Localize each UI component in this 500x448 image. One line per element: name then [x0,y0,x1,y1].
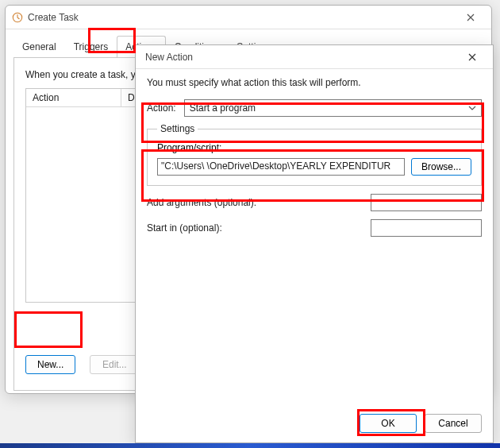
close-button[interactable] [456,8,485,27]
tab-general[interactable]: General [13,36,65,57]
dialog-titlebar: New Action [136,45,493,69]
startin-row: Start in (optional): [147,219,482,237]
edit-button: Edit... [90,355,139,374]
dialog-close-button[interactable] [458,48,487,67]
dialog-buttons: OK Cancel [360,414,482,433]
browse-button[interactable]: Browse... [411,158,471,176]
taskbar-edge [0,443,500,448]
program-row: "C:\Users\ \OneDrive\Desktop\YEARLY EXPE… [157,158,471,176]
help-text: You must specify what action this task w… [147,77,482,88]
ok-button[interactable]: OK [360,414,417,433]
button-row: New... Edit... [25,355,139,374]
dialog-title: New Action [142,52,458,63]
close-icon [468,53,476,61]
program-input[interactable]: "C:\Users\ \OneDrive\Desktop\YEARLY EXPE… [157,158,405,176]
titlebar: Create Task [6,6,491,29]
action-label: Action: [147,102,176,114]
arguments-row: Add arguments (optional): [147,194,482,211]
new-action-dialog: New Action You must specify what action … [135,44,494,443]
arguments-label: Add arguments (optional): [147,197,363,208]
settings-fieldset: Settings Program/script: "C:\Users\ \One… [147,123,482,186]
clock-icon [12,12,23,23]
new-button[interactable]: New... [25,355,75,374]
startin-label: Start in (optional): [147,222,363,234]
tab-triggers[interactable]: Triggers [65,36,117,57]
dialog-body: You must specify what action this task w… [136,69,493,442]
action-selected-value: Start a program [190,102,256,114]
settings-legend: Settings [157,123,198,134]
cancel-button[interactable]: Cancel [425,414,482,433]
arguments-input[interactable] [371,194,482,211]
chevron-down-icon [468,105,476,111]
close-icon [467,14,475,21]
action-select[interactable]: Start a program [184,99,482,117]
action-row: Action: Start a program [147,99,482,117]
startin-input[interactable] [371,219,482,237]
program-label: Program/script: [157,142,471,153]
col-action[interactable]: Action [26,89,121,106]
window-title: Create Task [28,12,456,23]
